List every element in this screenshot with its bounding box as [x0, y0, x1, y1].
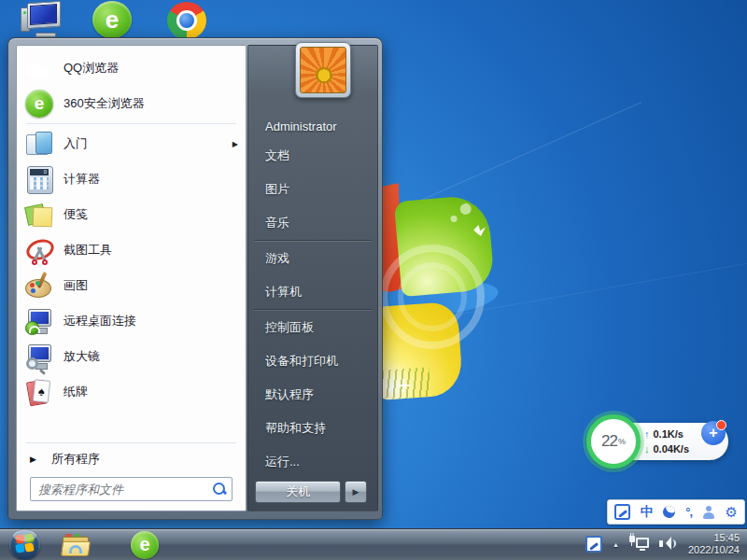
360-browser-desktop-icon[interactable]: e: [92, 1, 132, 38]
qq-browser-icon: [24, 53, 54, 83]
start-menu-item-getting-started[interactable]: 入门 ▶: [17, 126, 246, 161]
start-menu-item-pictures[interactable]: 图片: [248, 173, 377, 206]
wallpaper-sparkle: [397, 379, 410, 392]
volume-tray-icon[interactable]: [659, 537, 676, 552]
all-programs-arrow-icon: ▶: [30, 455, 36, 464]
network-tray-icon[interactable]: [629, 536, 649, 553]
ime-toolbar: 中 °, ⚙: [607, 499, 745, 525]
start-menu-item-remote-desktop[interactable]: 远程桌面连接: [17, 303, 246, 339]
sticky-notes-icon: [24, 200, 54, 230]
upload-speed: 0.1K/s: [654, 427, 684, 441]
solitaire-icon: ♠: [24, 377, 54, 407]
getting-started-icon: [24, 129, 54, 159]
search-input[interactable]: [30, 477, 233, 501]
submenu-arrow-icon: ▶: [233, 140, 238, 148]
snipping-tool-icon: [24, 235, 54, 265]
taskbar-360-browser-button[interactable]: e: [125, 530, 164, 560]
shutdown-button[interactable]: 关机: [255, 481, 341, 503]
start-menu-item-sticky-notes[interactable]: 便笺: [17, 197, 246, 232]
computer-desktop-icon[interactable]: [21, 2, 63, 37]
explorer-folder-icon: [62, 534, 90, 556]
start-menu-item-paint[interactable]: 画图: [17, 268, 246, 303]
ime-settings-gear-icon[interactable]: ⚙: [725, 504, 737, 521]
chrome-desktop-icon[interactable]: [167, 2, 206, 39]
start-button[interactable]: [6, 530, 43, 560]
start-menu-item-solitaire[interactable]: ♠ 纸牌: [17, 374, 246, 410]
search-icon: [212, 482, 227, 497]
menu-separator: [26, 123, 236, 124]
ime-user-icon[interactable]: [702, 506, 715, 519]
ime-halfwidth-moon-icon[interactable]: [661, 504, 677, 520]
start-menu-item-snipping-tool[interactable]: 截图工具: [17, 232, 246, 268]
download-arrow-icon: ↓: [644, 441, 650, 456]
start-menu-item-run[interactable]: 运行...: [248, 445, 377, 479]
start-menu-left-panel: QQ浏览器 e 360安全浏览器 入门 ▶ 0 计算器 便笺 截图工具 画图: [16, 45, 247, 511]
start-menu-item-documents[interactable]: 文档: [248, 139, 377, 173]
start-menu-item-default-programs[interactable]: 默认程序: [248, 378, 377, 412]
all-programs-button[interactable]: ▶ 所有程序: [17, 445, 246, 473]
net-speed-widget[interactable]: ↑0.1K/s ↓0.04K/s + 22 %: [586, 414, 732, 469]
remote-desktop-icon: [24, 306, 54, 336]
calculator-icon: 0: [24, 164, 54, 194]
shutdown-row: 关机 ▶: [248, 481, 377, 503]
start-menu-item-magnifier[interactable]: 放大镜: [17, 339, 246, 374]
memory-usage-ball[interactable]: 22 %: [586, 414, 641, 469]
ime-punctuation-button[interactable]: °,: [685, 505, 692, 519]
start-menu-item-devices-printers[interactable]: 设备和打印机: [248, 344, 377, 378]
start-menu-item-calculator[interactable]: 0 计算器: [17, 161, 246, 197]
360-browser-icon: e: [131, 531, 159, 559]
start-menu-item-music[interactable]: 音乐: [248, 206, 377, 240]
net-speeds: ↑0.1K/s ↓0.04K/s: [644, 427, 702, 456]
360-browser-icon: e: [24, 89, 54, 119]
paint-icon: [24, 271, 54, 301]
start-menu-item-games[interactable]: 游戏: [248, 242, 377, 275]
upload-arrow-icon: ↑: [644, 427, 650, 441]
start-menu: QQ浏览器 e 360安全浏览器 入门 ▶ 0 计算器 便笺 截图工具 画图: [7, 37, 383, 520]
magnifier-icon: [24, 342, 54, 371]
windows-orb-icon: [9, 529, 40, 560]
start-menu-item-computer[interactable]: 计算机: [248, 275, 377, 309]
boost-plus-button[interactable]: +: [701, 421, 726, 445]
user-avatar[interactable]: [295, 42, 351, 98]
clock-time: 15:45: [688, 532, 740, 544]
user-name[interactable]: Administrator: [248, 113, 377, 139]
taskbar-explorer-button[interactable]: [56, 530, 95, 560]
ime-logo-icon[interactable]: [614, 504, 630, 520]
start-menu-item-360-browser[interactable]: e 360安全浏览器: [17, 86, 246, 121]
system-tray: ▲ 15:45 2022/10/24: [585, 528, 747, 560]
start-menu-item-qq-browser[interactable]: QQ浏览器: [17, 50, 246, 86]
avatar-flower-photo: [300, 47, 346, 93]
clock-date: 2022/10/24: [688, 544, 740, 556]
memory-percent: 22: [601, 432, 617, 451]
start-menu-item-help-support[interactable]: 帮助和支持: [248, 412, 377, 445]
ime-status-tray-icon[interactable]: [585, 536, 602, 553]
taskbar: e ▲ 15:45 2022/10/24: [0, 528, 747, 560]
shutdown-options-arrow-button[interactable]: ▶: [345, 481, 367, 503]
clock[interactable]: 15:45 2022/10/24: [688, 532, 740, 556]
ime-language-mode-button[interactable]: 中: [641, 504, 654, 521]
download-speed: 0.04K/s: [654, 441, 690, 456]
start-menu-right-panel: Administrator 文档 图片 音乐 游戏 计算机 控制面板 设备和打印…: [247, 45, 378, 511]
search-row: [30, 477, 233, 501]
start-menu-item-control-panel[interactable]: 控制面板: [248, 311, 377, 344]
show-hidden-icons-arrow[interactable]: ▲: [613, 541, 619, 548]
memory-percent-unit: %: [618, 437, 626, 446]
menu-separator: [26, 442, 236, 443]
wallpaper-ring: [398, 262, 467, 331]
